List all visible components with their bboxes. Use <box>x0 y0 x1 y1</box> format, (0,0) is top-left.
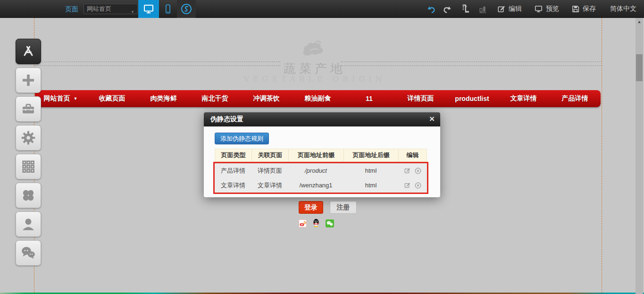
row-edit-icon[interactable] <box>404 168 410 174</box>
cell-url-suffix: html <box>343 167 398 174</box>
col-header-url-suffix: 页面地址后缀 <box>344 149 399 161</box>
cell-url-prefix: /product <box>288 167 343 174</box>
col-header-page-type: 页面类型 <box>215 149 252 161</box>
preview-label: 预览 <box>546 5 559 13</box>
nav-item[interactable]: 收藏页面 <box>86 90 138 107</box>
nav-item[interactable]: 产品详情 <box>549 90 601 107</box>
nav-item[interactable]: 冲调茶饮 <box>241 90 292 107</box>
qq-icon[interactable] <box>312 218 320 229</box>
nav-item[interactable]: 肉类海鲜 <box>138 90 189 107</box>
person-icon <box>20 216 36 232</box>
sidebar-item-toolbox[interactable] <box>16 96 41 122</box>
chevron-down-icon: ▼ <box>74 96 78 101</box>
page-select[interactable]: 网站首页 ▼ <box>84 4 138 14</box>
row-edit-icon[interactable] <box>404 182 410 188</box>
nav-item-home[interactable]: 网站首页 ▼ <box>35 90 86 107</box>
table-row: 产品详情 详情页面 /product html <box>215 163 427 178</box>
logo-dotted-divider <box>35 65 280 66</box>
nav-item[interactable]: 南北干货 <box>189 90 241 107</box>
page-select-value: 网站首页 <box>87 5 111 12</box>
bar-columns-icon <box>478 4 487 14</box>
nav-item[interactable]: 详情页面 <box>395 90 446 107</box>
ruler-button[interactable] <box>460 4 470 14</box>
sidebar-item-member[interactable] <box>16 211 41 237</box>
nav-item-label: 网站首页 <box>44 94 70 103</box>
cell-url-suffix: html <box>343 182 398 189</box>
nav-item[interactable]: 文章详情 <box>498 90 549 107</box>
edit-button[interactable]: 编辑 <box>497 5 522 13</box>
rules-table-header: 页面类型 关联页面 页面地址前缀 页面地址后缀 编辑 <box>215 149 427 162</box>
wechat-icon[interactable] <box>326 219 334 229</box>
cell-linked-page: 详情页面 <box>251 167 288 175</box>
cell-page-type: 产品详情 <box>215 167 251 175</box>
dialog-body: 添加伪静态规则 页面类型 关联页面 页面地址前缀 页面地址后缀 编辑 产品详情 … <box>204 126 440 197</box>
preview-monitor-icon <box>534 5 543 13</box>
plus-icon <box>20 72 36 88</box>
redo-button[interactable] <box>443 5 452 13</box>
cell-url-prefix: /wenzhang1 <box>288 182 343 189</box>
edit-label: 编辑 <box>509 5 522 13</box>
undo-button[interactable] <box>427 5 436 13</box>
grid-icon <box>20 159 36 175</box>
sidebar-item-settings[interactable] <box>16 125 41 151</box>
nav-item[interactable]: 11 <box>343 90 395 107</box>
gear-icon <box>20 129 37 146</box>
site-logo-icon <box>301 40 327 62</box>
sidebar-item-apps[interactable] <box>16 183 41 208</box>
save-floppy-icon <box>571 5 580 13</box>
animation-mode-button[interactable] <box>177 0 196 18</box>
sidebar-item-chat[interactable] <box>16 240 41 266</box>
clover-icon <box>20 187 36 203</box>
register-button[interactable]: 注册 <box>330 201 357 214</box>
monitor-icon <box>143 3 154 15</box>
row-delete-icon[interactable] <box>415 168 421 174</box>
layout-guide-right <box>602 18 602 293</box>
add-rule-button[interactable]: 添加伪静态规则 <box>215 133 269 144</box>
sidebar-item-design[interactable] <box>16 39 41 64</box>
scrollbar-thumb[interactable] <box>636 54 643 81</box>
dialog-header[interactable]: 伪静态设置 × <box>204 112 440 126</box>
columns-button[interactable] <box>478 4 487 14</box>
logo-dotted-divider <box>35 61 280 62</box>
close-icon[interactable]: × <box>429 114 435 124</box>
redo-icon <box>443 5 452 13</box>
table-row: 文章详情 文章详情 /wenzhang1 html <box>215 178 427 193</box>
page-label: 页面 <box>65 5 78 14</box>
undo-icon <box>427 5 436 13</box>
editor-toolbar: 页面 网站首页 ▼ <box>0 0 644 18</box>
sidebar-item-add-module[interactable] <box>16 67 41 93</box>
swirl-icon <box>180 3 192 15</box>
col-header-linked-page: 关联页面 <box>252 149 289 161</box>
desktop-view-button[interactable] <box>138 0 159 18</box>
language-label: 简体中文 <box>610 5 636 13</box>
ruler-icon <box>460 4 470 14</box>
preview-button[interactable]: 预览 <box>534 5 559 13</box>
site-logo-subtitle: VEGETABLE ORIGIN <box>226 75 403 84</box>
mobile-view-button[interactable] <box>160 0 176 18</box>
chat-bubbles-icon <box>20 244 37 261</box>
appstore-icon <box>21 44 36 59</box>
row-delete-icon[interactable] <box>415 182 421 189</box>
nav-item[interactable]: 粮油副食 <box>292 90 343 107</box>
dialog-title: 伪静态设置 <box>210 115 243 124</box>
col-header-url-prefix: 页面地址前缀 <box>289 149 344 161</box>
nav-item[interactable]: productlist <box>446 90 498 107</box>
save-label: 保存 <box>583 5 596 13</box>
rules-table-highlight: 产品详情 详情页面 /product html 文章详情 文章详情 /wenzh… <box>213 162 428 194</box>
scrollbar[interactable]: ▲ <box>636 18 643 294</box>
language-switcher[interactable]: 简体中文 <box>610 5 636 13</box>
pseudo-static-settings-dialog: 伪静态设置 × 添加伪静态规则 页面类型 关联页面 页面地址前缀 页面地址后缀 … <box>204 112 440 197</box>
save-button[interactable]: 保存 <box>571 5 596 13</box>
toolbox-icon <box>20 101 36 117</box>
scrollbar-up-icon[interactable]: ▲ <box>636 19 643 24</box>
login-button[interactable]: 登录 <box>299 201 323 214</box>
phone-icon <box>163 3 173 15</box>
site-navbar: 网站首页 ▼ 收藏页面 肉类海鲜 南北干货 冲调茶饮 粮油副食 11 详情页面 … <box>35 90 601 107</box>
cell-page-type: 文章详情 <box>215 181 251 190</box>
cell-linked-page: 文章详情 <box>251 181 288 190</box>
chevron-down-icon: ▼ <box>131 8 134 17</box>
edit-pencil-icon <box>497 5 506 13</box>
weibo-icon[interactable] <box>299 219 307 229</box>
sidebar-item-modules-grid[interactable] <box>16 154 41 179</box>
col-header-actions: 编辑 <box>399 149 427 161</box>
